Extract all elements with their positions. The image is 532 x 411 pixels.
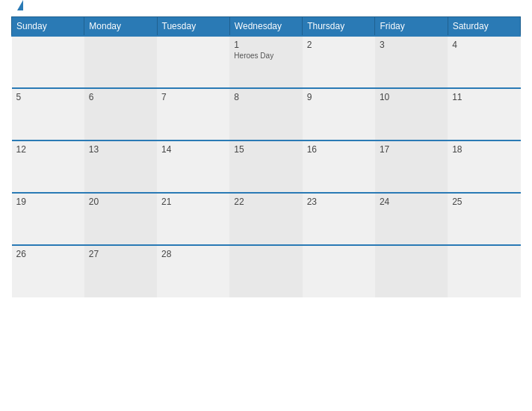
calendar-cell: 16 (303, 140, 375, 193)
day-number: 2 (307, 40, 371, 50)
calendar-cell: 19 (12, 193, 84, 245)
day-number: 18 (452, 144, 516, 155)
day-header-sunday: Sunday (12, 17, 84, 37)
day-number: 3 (380, 40, 443, 50)
day-headers: SundayMondayTuesdayWednesdayThursdayFrid… (12, 17, 521, 37)
day-number: 12 (16, 144, 80, 155)
day-number: 11 (452, 92, 516, 102)
calendar-cell: 1Heroes Day (229, 36, 302, 88)
calendar-cell: 13 (84, 140, 157, 193)
calendar-body: 1Heroes Day23456789101112131415161718192… (12, 36, 521, 297)
calendar-cell: 10 (375, 88, 448, 140)
day-number: 8 (234, 92, 297, 102)
day-number: 28 (161, 249, 225, 259)
calendar-cell (448, 245, 520, 297)
day-header-thursday: Thursday (303, 17, 375, 37)
calendar-cell: 18 (448, 140, 520, 193)
calendar-cell: 4 (448, 36, 520, 88)
calendar-cell: 20 (84, 193, 157, 245)
day-number: 22 (234, 197, 297, 207)
day-number: 25 (452, 197, 516, 207)
day-number: 15 (234, 144, 297, 155)
calendar-cell (375, 245, 448, 297)
calendar-cell: 11 (448, 88, 520, 140)
day-number: 20 (89, 197, 152, 207)
day-number: 6 (89, 92, 152, 102)
day-number: 24 (380, 197, 443, 207)
calendar-table: SundayMondayTuesdayWednesdayThursdayFrid… (11, 16, 521, 297)
calendar-header-row: SundayMondayTuesdayWednesdayThursdayFrid… (12, 17, 521, 37)
calendar-cell: 22 (229, 193, 302, 245)
calendar-cell: 8 (229, 88, 302, 140)
day-number: 4 (452, 40, 516, 50)
day-number: 13 (89, 144, 152, 155)
day-header-saturday: Saturday (448, 17, 520, 37)
calendar-cell: 15 (229, 140, 302, 193)
week-row-4: 262728 (12, 245, 521, 297)
day-header-wednesday: Wednesday (229, 17, 302, 37)
calendar-cell: 27 (84, 245, 157, 297)
calendar-cell (157, 36, 229, 88)
day-header-tuesday: Tuesday (157, 17, 229, 37)
calendar-cell: 3 (375, 36, 448, 88)
calendar-cell: 28 (157, 245, 229, 297)
calendar-cell (12, 36, 84, 88)
calendar-cell: 23 (303, 193, 375, 245)
day-number: 1 (234, 40, 297, 50)
calendar-cell: 12 (12, 140, 84, 193)
week-row-2: 12131415161718 (12, 140, 521, 193)
calendar-cell (303, 245, 375, 297)
calendar-cell: 5 (12, 88, 84, 140)
week-row-1: 567891011 (12, 88, 521, 140)
calendar-page: SundayMondayTuesdayWednesdayThursdayFrid… (0, 0, 532, 411)
calendar-cell: 6 (84, 88, 157, 140)
day-number: 27 (89, 249, 152, 259)
day-number: 26 (16, 249, 80, 259)
day-number: 23 (307, 197, 371, 207)
calendar-cell: 9 (303, 88, 375, 140)
logo-content (15, 7, 23, 10)
calendar-cell (84, 36, 157, 88)
calendar-cell: 14 (157, 140, 229, 193)
day-number: 21 (161, 197, 225, 207)
week-row-3: 19202122232425 (12, 193, 521, 245)
day-number: 9 (307, 92, 371, 102)
day-number: 14 (161, 144, 225, 155)
day-number: 17 (380, 144, 443, 155)
day-number: 16 (307, 144, 371, 155)
calendar-cell (229, 245, 302, 297)
calendar-header (11, 7, 521, 10)
day-number: 5 (16, 92, 80, 102)
day-number: 7 (161, 92, 225, 102)
week-row-0: 1Heroes Day234 (12, 36, 521, 88)
day-number: 19 (16, 197, 80, 207)
calendar-cell: 25 (448, 193, 520, 245)
logo-triangle-icon (17, 0, 23, 10)
logo (15, 7, 23, 10)
calendar-cell: 17 (375, 140, 448, 193)
day-header-monday: Monday (84, 17, 157, 37)
day-event: Heroes Day (234, 52, 297, 60)
day-header-friday: Friday (375, 17, 448, 37)
calendar-cell: 24 (375, 193, 448, 245)
calendar-cell: 7 (157, 88, 229, 140)
calendar-cell: 21 (157, 193, 229, 245)
calendar-cell: 2 (303, 36, 375, 88)
day-number: 10 (380, 92, 443, 102)
calendar-cell: 26 (12, 245, 84, 297)
